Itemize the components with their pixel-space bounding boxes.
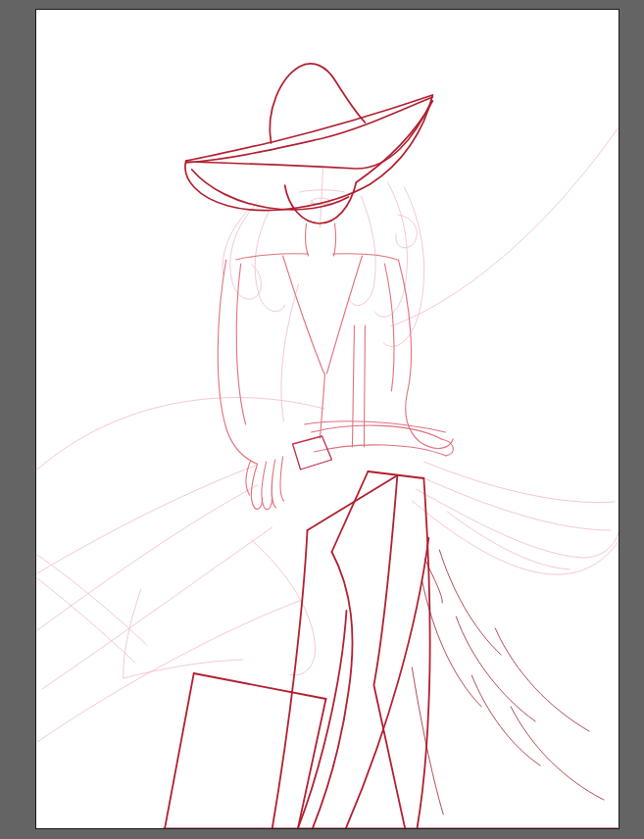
artboard[interactable] — [35, 9, 619, 829]
drape-panels-and-legs-linework — [164, 471, 618, 828]
sleeve-cuff-linework — [293, 436, 332, 469]
hair-skirt-and-guide-curves — [37, 127, 619, 742]
fabric-fold-detail-lines — [412, 550, 604, 814]
vector-artwork — [36, 10, 619, 828]
canvas-pasteboard — [0, 0, 644, 839]
